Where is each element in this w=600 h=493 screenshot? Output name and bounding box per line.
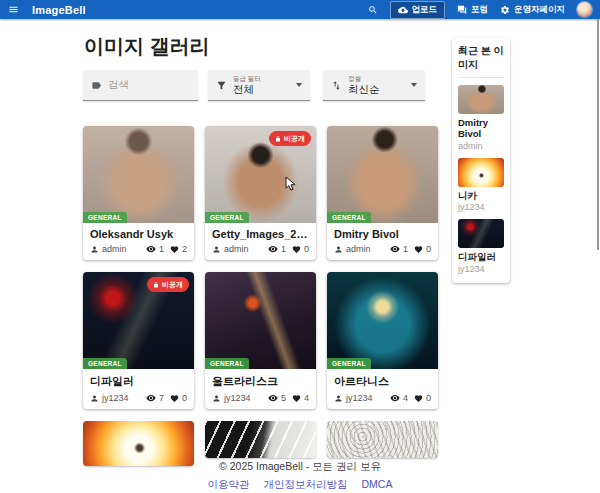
image-card[interactable] <box>327 421 438 458</box>
card-title: Oleksandr Usyk <box>90 228 187 240</box>
forum-label: 포럼 <box>471 4 488 16</box>
rating-badge: GENERAL <box>205 212 249 223</box>
gear-icon <box>500 5 510 15</box>
like-count: 0 <box>182 393 187 403</box>
card-author: jy1234 <box>346 393 373 403</box>
view-count: 5 <box>281 393 286 403</box>
cloud-upload-icon <box>398 5 408 15</box>
recent-image-author: jy1234 <box>458 202 504 212</box>
view-count: 7 <box>159 393 164 403</box>
rating-badge: GENERAL <box>205 358 249 369</box>
dmca-link[interactable]: DMCA <box>362 478 393 492</box>
card-author: jy1234 <box>102 393 129 403</box>
page-title: 이미지 갤러리 <box>84 33 210 60</box>
recent-image-title: 디파일러 <box>458 251 504 262</box>
card-title: 울트라리스크 <box>212 374 309 389</box>
recent-image-thumbnail <box>458 85 504 114</box>
recent-image-item[interactable]: 니카 jy1234 <box>458 158 504 212</box>
terms-link[interactable]: 이용약관 <box>208 478 250 492</box>
image-card[interactable]: GENERAL Oleksandr Usyk admin 1 2 <box>83 126 194 260</box>
image-card[interactable]: GENERAL 울트라리스크 jy1234 5 4 <box>205 272 316 409</box>
recent-images-title: 최근 본 이미지 <box>458 44 504 78</box>
grade-filter-label: 등급 필터 <box>233 75 261 83</box>
gallery-row-1: GENERAL Oleksandr Usyk admin 1 2 <box>83 126 438 260</box>
sort-select[interactable]: 정렬 최신순 <box>323 70 425 101</box>
search-icon[interactable] <box>368 5 378 15</box>
view-count: 1 <box>159 244 164 254</box>
recent-image-item[interactable]: 디파일러 jy1234 <box>458 219 504 273</box>
person-icon <box>90 394 99 403</box>
card-image: 비공개 GENERAL <box>83 272 194 369</box>
eye-icon <box>146 244 156 254</box>
like-count: 2 <box>182 244 187 254</box>
image-card[interactable]: 비공개 GENERAL Getty_Images_217729… admin 1… <box>205 126 316 260</box>
recent-image-item[interactable]: Dmitry Bivol admin <box>458 85 504 151</box>
heart-icon[interactable] <box>170 394 179 403</box>
heart-icon[interactable] <box>414 245 423 254</box>
user-avatar[interactable] <box>577 2 592 17</box>
rating-badge: GENERAL <box>327 212 371 223</box>
card-title: Getty_Images_217729… <box>212 228 309 240</box>
chevron-down-icon <box>411 83 417 87</box>
heart-icon[interactable] <box>292 394 301 403</box>
card-author: admin <box>224 244 249 254</box>
card-image: GENERAL <box>83 126 194 223</box>
image-card[interactable]: GENERAL 아르타니스 jy1234 4 0 <box>327 272 438 409</box>
recent-images-panel: 최근 본 이미지 Dmitry Bivol admin 니카 jy1234 디파… <box>452 38 510 283</box>
forum-icon <box>457 5 467 15</box>
upload-button[interactable]: 업로드 <box>390 1 446 19</box>
lock-icon <box>275 136 281 142</box>
eye-icon <box>268 393 278 403</box>
person-icon <box>90 245 99 254</box>
page-footer: © 2025 ImageBell - 모든 권리 보유 이용약관 개인정보처리방… <box>0 460 600 492</box>
like-count: 4 <box>304 393 309 403</box>
scrollbar[interactable] <box>597 19 599 250</box>
recent-image-title: Dmitry Bivol <box>458 117 504 140</box>
card-image: GENERAL <box>327 272 438 369</box>
admin-page-label: 운영자페이지 <box>514 4 565 16</box>
search-placeholder: 검색 <box>108 78 129 92</box>
menu-icon[interactable] <box>8 4 19 15</box>
image-card[interactable]: 비공개 GENERAL 디파일러 jy1234 7 0 <box>83 272 194 409</box>
upload-label: 업로드 <box>412 4 438 16</box>
rating-badge: GENERAL <box>83 358 127 369</box>
recent-image-author: jy1234 <box>458 264 504 274</box>
grade-filter-select[interactable]: 등급 필터 전체 <box>208 70 310 101</box>
heart-icon[interactable] <box>414 394 423 403</box>
card-author: admin <box>346 244 371 254</box>
heart-icon[interactable] <box>292 245 301 254</box>
forum-button[interactable]: 포럼 <box>457 4 488 16</box>
recent-image-author: admin <box>458 141 504 151</box>
sort-label: 정렬 <box>348 75 380 83</box>
private-badge: 비공개 <box>147 277 189 292</box>
recent-image-thumbnail <box>458 219 504 248</box>
eye-icon <box>146 393 156 403</box>
privacy-link[interactable]: 개인정보처리방침 <box>264 478 348 492</box>
recent-image-title: 니카 <box>458 190 504 201</box>
eye-icon <box>390 244 400 254</box>
admin-page-button[interactable]: 운영자페이지 <box>500 4 565 16</box>
brand-logo[interactable]: ImageBell <box>32 4 86 16</box>
eye-icon <box>268 244 278 254</box>
mouse-cursor-icon <box>285 176 297 196</box>
like-count: 0 <box>426 393 431 403</box>
like-count: 0 <box>426 244 431 254</box>
rating-badge: GENERAL <box>83 212 127 223</box>
view-count: 1 <box>281 244 286 254</box>
sort-icon <box>331 80 342 91</box>
sort-value: 최신순 <box>348 83 380 96</box>
card-author: admin <box>102 244 127 254</box>
card-image: GENERAL <box>205 272 316 369</box>
private-badge-label: 비공개 <box>162 280 183 290</box>
card-title: 아르타니스 <box>334 374 431 389</box>
view-count: 1 <box>403 244 408 254</box>
image-card[interactable] <box>205 421 316 458</box>
person-icon <box>334 245 343 254</box>
navbar: ImageBell 업로드 포럼 운영자페이지 <box>0 0 600 19</box>
search-input[interactable]: 검색 <box>83 70 198 101</box>
person-icon <box>212 394 221 403</box>
heart-icon[interactable] <box>170 245 179 254</box>
gallery-row-2: 비공개 GENERAL 디파일러 jy1234 7 0 <box>83 272 438 409</box>
image-card[interactable]: GENERAL Dmitry Bivol admin 1 0 <box>327 126 438 260</box>
person-icon <box>334 394 343 403</box>
